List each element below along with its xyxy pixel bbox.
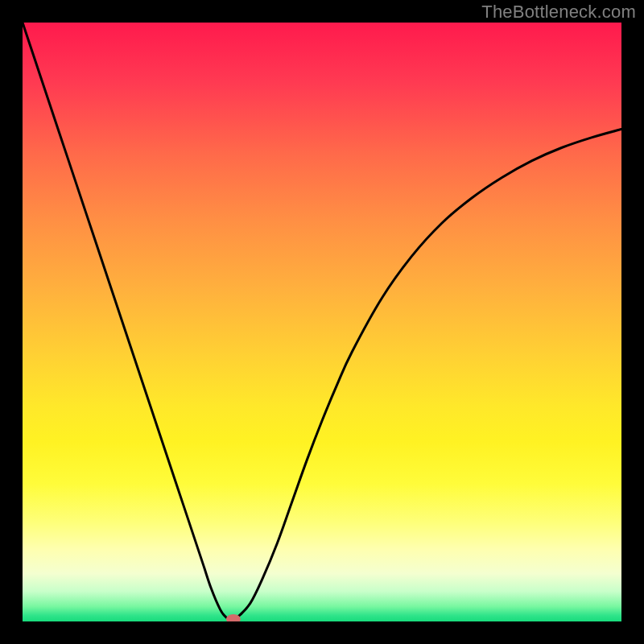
plot-area [23,23,621,621]
curve-layer [23,23,621,621]
watermark-text: TheBottleneck.com [481,2,636,23]
chart-frame: TheBottleneck.com [0,0,644,644]
bottleneck-curve [23,23,621,621]
